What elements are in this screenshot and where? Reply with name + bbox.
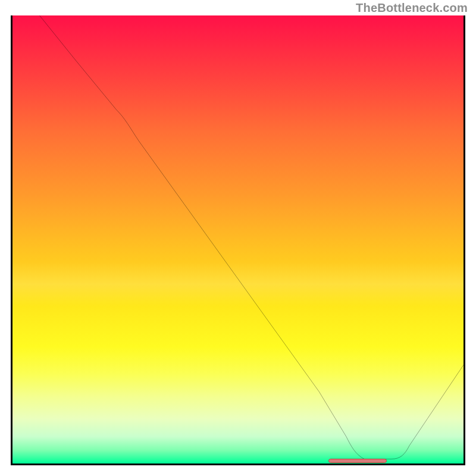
curve-path	[39, 15, 464, 459]
optimal-marker	[328, 459, 387, 463]
attribution-text: TheBottleneck.com	[356, 1, 468, 15]
chart-area	[11, 15, 465, 465]
curve-line	[12, 15, 464, 464]
